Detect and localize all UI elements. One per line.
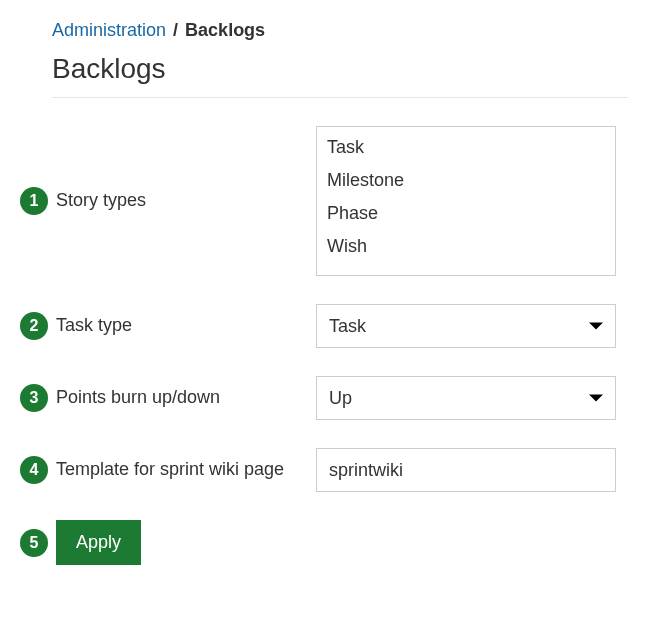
story-types-option[interactable]: Phase	[317, 197, 615, 230]
sprint-wiki-input[interactable]	[316, 448, 616, 492]
points-burn-dropdown[interactable]: Up	[316, 376, 616, 420]
row-story-types: 1 Story types Task Milestone Phase Wish	[20, 126, 628, 276]
row-sprint-wiki: 4 Template for sprint wiki page	[20, 448, 628, 492]
step-badge-3: 3	[20, 384, 48, 412]
page-title: Backlogs	[52, 53, 628, 85]
step-badge-5: 5	[20, 529, 48, 557]
story-types-option[interactable]: Task	[317, 131, 615, 164]
points-burn-value: Up	[329, 388, 352, 409]
chevron-down-icon	[589, 395, 603, 402]
breadcrumb-parent-link[interactable]: Administration	[52, 20, 166, 40]
breadcrumb: Administration / Backlogs	[52, 20, 628, 41]
label-story-types: Story types	[56, 188, 316, 213]
label-task-type: Task type	[56, 313, 316, 338]
label-points-burn: Points burn up/down	[56, 385, 316, 410]
step-badge-4: 4	[20, 456, 48, 484]
task-type-value: Task	[329, 316, 366, 337]
chevron-down-icon	[589, 323, 603, 330]
divider	[52, 97, 628, 98]
form-area: 1 Story types Task Milestone Phase Wish …	[20, 126, 628, 565]
task-type-dropdown[interactable]: Task	[316, 304, 616, 348]
row-points-burn: 3 Points burn up/down Up	[20, 376, 628, 420]
step-badge-1: 1	[20, 187, 48, 215]
story-types-listbox[interactable]: Task Milestone Phase Wish	[316, 126, 616, 276]
label-sprint-wiki: Template for sprint wiki page	[56, 457, 316, 482]
story-types-option[interactable]: Wish	[317, 230, 615, 263]
step-badge-2: 2	[20, 312, 48, 340]
breadcrumb-current: Backlogs	[185, 20, 265, 40]
breadcrumb-separator: /	[173, 20, 178, 40]
row-apply: 5 Apply	[20, 520, 628, 565]
story-types-option[interactable]: Milestone	[317, 164, 615, 197]
apply-button[interactable]: Apply	[56, 520, 141, 565]
row-task-type: 2 Task type Task	[20, 304, 628, 348]
